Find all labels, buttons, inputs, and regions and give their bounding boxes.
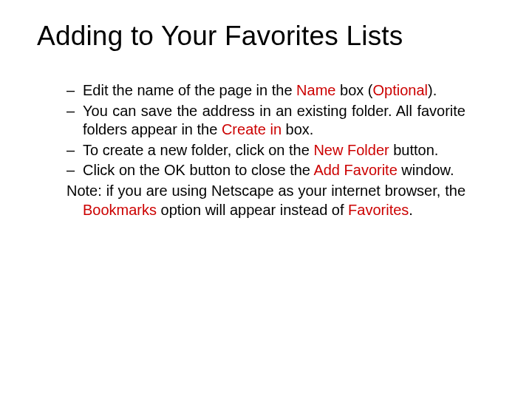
- highlight-text: Name: [296, 82, 335, 98]
- bullet-dash: –: [66, 102, 83, 140]
- highlight-text: New Folder: [313, 142, 389, 158]
- text-run: Click on the OK button to close the: [83, 162, 313, 178]
- bullet-dash: –: [66, 81, 83, 100]
- slide-title: Adding to Your Favorites Lists: [37, 21, 495, 52]
- text-run: option will appear instead of: [157, 202, 348, 218]
- highlight-text: Create in: [222, 121, 282, 137]
- text-run: box (: [335, 82, 372, 98]
- highlight-text: Favorites: [348, 202, 409, 218]
- highlight-text: Bookmarks: [83, 202, 157, 218]
- list-item: – Click on the OK button to close the Ad…: [66, 161, 466, 180]
- bullet-text: Edit the name of the page in the Name bo…: [83, 81, 466, 100]
- text-run: .: [409, 202, 413, 218]
- note-text: Note: if you are using Netscape as your …: [66, 182, 466, 219]
- text-run: ).: [428, 82, 437, 98]
- highlight-text: Add Favorite: [313, 162, 397, 178]
- bullet-dash: –: [66, 141, 83, 160]
- text-run: box.: [282, 121, 313, 137]
- text-run: Edit the name of the page in the: [83, 82, 296, 98]
- text-run: button.: [389, 142, 439, 158]
- bullet-text: To create a new folder, click on the New…: [83, 141, 466, 160]
- list-item: – Edit the name of the page in the Name …: [66, 81, 466, 100]
- bullet-text: Click on the OK button to close the Add …: [83, 161, 466, 180]
- bullet-text: You can save the address in an existing …: [83, 102, 466, 140]
- text-run: window.: [398, 162, 454, 178]
- list-item: – To create a new folder, click on the N…: [66, 141, 466, 160]
- bullet-dash: –: [66, 161, 83, 180]
- highlight-text: Optional: [372, 82, 428, 98]
- slide-body: – Edit the name of the page in the Name …: [37, 81, 495, 219]
- text-run: Note: if you are using Netscape as your …: [66, 183, 466, 199]
- text-run: To create a new folder, click on the: [83, 142, 313, 158]
- list-item: – You can save the address in an existin…: [66, 102, 466, 140]
- slide: Adding to Your Favorites Lists – Edit th…: [0, 0, 532, 399]
